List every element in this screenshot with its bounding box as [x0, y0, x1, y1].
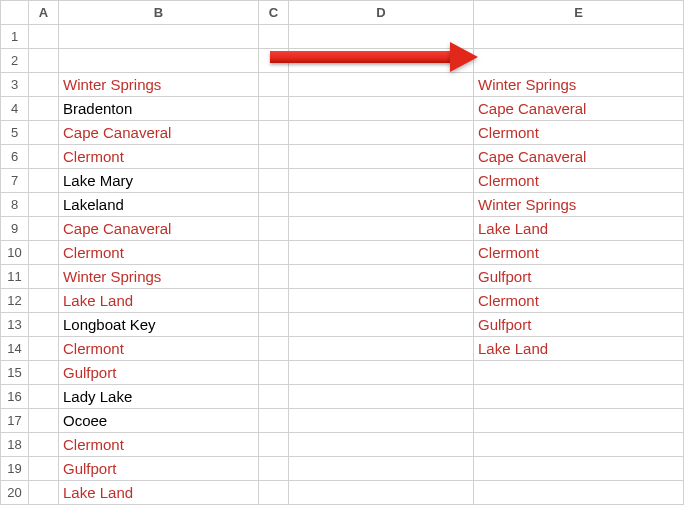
- cell-E5[interactable]: Clermont: [474, 121, 684, 145]
- row-header-1[interactable]: 1: [1, 25, 29, 49]
- cell-C13[interactable]: [259, 313, 289, 337]
- cell-A3[interactable]: [29, 73, 59, 97]
- cell-C20[interactable]: [259, 481, 289, 505]
- cell-B1[interactable]: [59, 25, 259, 49]
- row-header-20[interactable]: 20: [1, 481, 29, 505]
- cell-D9[interactable]: [289, 217, 474, 241]
- cell-E11[interactable]: Gulfport: [474, 265, 684, 289]
- cell-C7[interactable]: [259, 169, 289, 193]
- cell-E4[interactable]: Cape Canaveral: [474, 97, 684, 121]
- cell-E10[interactable]: Clermont: [474, 241, 684, 265]
- cell-C9[interactable]: [259, 217, 289, 241]
- cell-D11[interactable]: [289, 265, 474, 289]
- cell-C19[interactable]: [259, 457, 289, 481]
- cell-D16[interactable]: [289, 385, 474, 409]
- cell-A2[interactable]: [29, 49, 59, 73]
- cell-B5[interactable]: Cape Canaveral: [59, 121, 259, 145]
- row-header-6[interactable]: 6: [1, 145, 29, 169]
- cell-A5[interactable]: [29, 121, 59, 145]
- row-header-17[interactable]: 17: [1, 409, 29, 433]
- cell-A9[interactable]: [29, 217, 59, 241]
- col-header-A[interactable]: A: [29, 1, 59, 25]
- cell-C15[interactable]: [259, 361, 289, 385]
- col-header-E[interactable]: E: [474, 1, 684, 25]
- cell-D20[interactable]: [289, 481, 474, 505]
- cell-E19[interactable]: [474, 457, 684, 481]
- cell-D3[interactable]: [289, 73, 474, 97]
- cell-D18[interactable]: [289, 433, 474, 457]
- duplicates-header[interactable]: Valeurs en double: [474, 49, 684, 73]
- cell-B19[interactable]: Gulfport: [59, 457, 259, 481]
- cell-D13[interactable]: [289, 313, 474, 337]
- cell-B8[interactable]: Lakeland: [59, 193, 259, 217]
- cell-A1[interactable]: [29, 25, 59, 49]
- row-header-14[interactable]: 14: [1, 337, 29, 361]
- cell-B13[interactable]: Longboat Key: [59, 313, 259, 337]
- cell-C5[interactable]: [259, 121, 289, 145]
- cell-A17[interactable]: [29, 409, 59, 433]
- cell-A11[interactable]: [29, 265, 59, 289]
- cell-B14[interactable]: Clermont: [59, 337, 259, 361]
- row-header-12[interactable]: 12: [1, 289, 29, 313]
- cell-E9[interactable]: Lake Land: [474, 217, 684, 241]
- cell-C3[interactable]: [259, 73, 289, 97]
- cell-E13[interactable]: Gulfport: [474, 313, 684, 337]
- cell-B7[interactable]: Lake Mary: [59, 169, 259, 193]
- cell-E16[interactable]: [474, 385, 684, 409]
- cell-B10[interactable]: Clermont: [59, 241, 259, 265]
- cell-D17[interactable]: [289, 409, 474, 433]
- cell-E7[interactable]: Clermont: [474, 169, 684, 193]
- cell-E18[interactable]: [474, 433, 684, 457]
- cell-C12[interactable]: [259, 289, 289, 313]
- row-header-16[interactable]: 16: [1, 385, 29, 409]
- cell-A10[interactable]: [29, 241, 59, 265]
- cell-C10[interactable]: [259, 241, 289, 265]
- destinations-header[interactable]: Destinations: [59, 49, 259, 73]
- row-header-13[interactable]: 13: [1, 313, 29, 337]
- row-header-15[interactable]: 15: [1, 361, 29, 385]
- row-header-10[interactable]: 10: [1, 241, 29, 265]
- cell-B20[interactable]: Lake Land: [59, 481, 259, 505]
- row-header-4[interactable]: 4: [1, 97, 29, 121]
- cell-A4[interactable]: [29, 97, 59, 121]
- cell-D4[interactable]: [289, 97, 474, 121]
- col-header-D[interactable]: D: [289, 1, 474, 25]
- row-header-7[interactable]: 7: [1, 169, 29, 193]
- cell-D1[interactable]: [289, 25, 474, 49]
- cell-A15[interactable]: [29, 361, 59, 385]
- cell-B17[interactable]: Ocoee: [59, 409, 259, 433]
- cell-D5[interactable]: [289, 121, 474, 145]
- cell-E3[interactable]: Winter Springs: [474, 73, 684, 97]
- col-header-C[interactable]: C: [259, 1, 289, 25]
- cell-A6[interactable]: [29, 145, 59, 169]
- cell-D2[interactable]: [289, 49, 474, 73]
- cell-D10[interactable]: [289, 241, 474, 265]
- cell-D15[interactable]: [289, 361, 474, 385]
- cell-E6[interactable]: Cape Canaveral: [474, 145, 684, 169]
- corner-cell[interactable]: [1, 1, 29, 25]
- cell-C2[interactable]: [259, 49, 289, 73]
- cell-A12[interactable]: [29, 289, 59, 313]
- row-header-9[interactable]: 9: [1, 217, 29, 241]
- cell-A7[interactable]: [29, 169, 59, 193]
- col-header-B[interactable]: B: [59, 1, 259, 25]
- cell-A13[interactable]: [29, 313, 59, 337]
- row-header-2[interactable]: 2: [1, 49, 29, 73]
- cell-B9[interactable]: Cape Canaveral: [59, 217, 259, 241]
- cell-E17[interactable]: [474, 409, 684, 433]
- cell-A20[interactable]: [29, 481, 59, 505]
- cell-C14[interactable]: [259, 337, 289, 361]
- row-header-3[interactable]: 3: [1, 73, 29, 97]
- row-header-19[interactable]: 19: [1, 457, 29, 481]
- cell-C11[interactable]: [259, 265, 289, 289]
- cell-A18[interactable]: [29, 433, 59, 457]
- cell-D7[interactable]: [289, 169, 474, 193]
- cell-A19[interactable]: [29, 457, 59, 481]
- cell-B11[interactable]: Winter Springs: [59, 265, 259, 289]
- cell-E14[interactable]: Lake Land: [474, 337, 684, 361]
- cell-B3[interactable]: Winter Springs: [59, 73, 259, 97]
- cell-A16[interactable]: [29, 385, 59, 409]
- cell-B15[interactable]: Gulfport: [59, 361, 259, 385]
- cell-D12[interactable]: [289, 289, 474, 313]
- row-header-18[interactable]: 18: [1, 433, 29, 457]
